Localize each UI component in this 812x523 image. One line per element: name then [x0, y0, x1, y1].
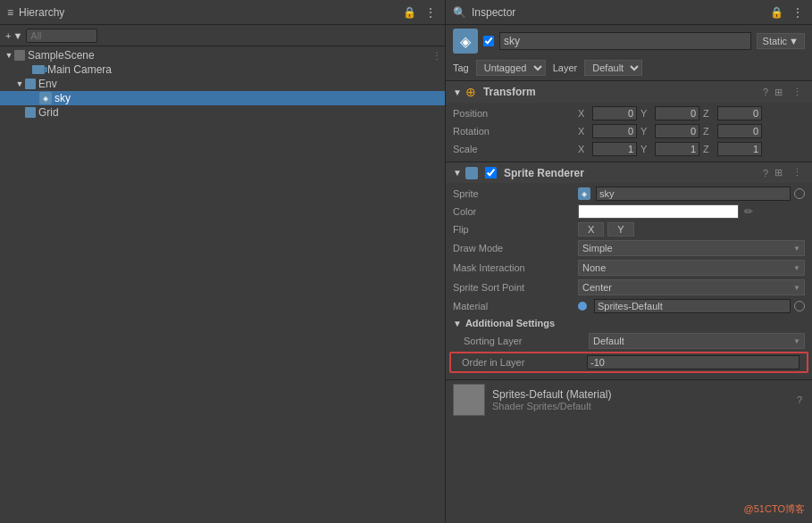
- grid-icon: [25, 107, 36, 118]
- object-name-input[interactable]: [499, 32, 751, 50]
- sprite-picker-icon[interactable]: [794, 188, 805, 199]
- hierarchy-toolbar: + ▼: [0, 25, 445, 46]
- material-row: Material: [446, 297, 812, 315]
- inspector-panel: 🔍 Inspector 🔒 ⋮ ◈ Static ▼ Tag Untagged …: [446, 0, 812, 523]
- sprite-renderer-header[interactable]: ▼ Sprite Renderer ? ⊞ ⋮: [446, 162, 812, 183]
- transform-more-button[interactable]: ⋮: [790, 86, 805, 99]
- rotation-z-input[interactable]: [717, 124, 762, 138]
- layer-select[interactable]: Default: [584, 60, 642, 76]
- position-row: Position X Y Z: [446, 104, 812, 122]
- hierarchy-panel: ≡ Hierarchy 🔒 ⋮ + ▼ ▼ SampleScene ⋮ Main…: [0, 0, 446, 523]
- rotation-row: Rotation X Y Z: [446, 122, 812, 140]
- scale-row: Scale X Y Z: [446, 140, 812, 158]
- sprite-renderer-content: Sprite ◈ Color ✏ Fl: [446, 183, 812, 376]
- material-section-shader: Shader Sprites/Default: [492, 401, 787, 411]
- mask-interaction-dropdown[interactable]: None ▼: [578, 260, 805, 276]
- sprite-renderer-help-button[interactable]: ?: [760, 167, 771, 179]
- object-header: ◈ Static ▼: [446, 25, 812, 57]
- sprite-sort-point-arrow: ▼: [793, 284, 800, 292]
- mask-interaction-arrow: ▼: [793, 264, 800, 272]
- position-z-input[interactable]: [717, 106, 762, 120]
- scale-z-input[interactable]: [717, 142, 762, 156]
- scale-y-input[interactable]: [655, 142, 699, 156]
- static-button[interactable]: Static ▼: [757, 33, 805, 49]
- sprite-renderer-more-button[interactable]: ⋮: [790, 166, 805, 179]
- layer-label: Layer: [553, 62, 578, 73]
- hierarchy-menu-icon: ≡: [7, 6, 13, 19]
- scale-x-label: X: [578, 144, 589, 154]
- tag-select[interactable]: Untagged: [476, 60, 546, 76]
- position-values: X Y Z: [578, 106, 805, 120]
- mask-interaction-label: Mask Interaction: [453, 262, 578, 273]
- position-y-input[interactable]: [655, 106, 699, 120]
- sprite-renderer-active-checkbox[interactable]: [485, 167, 497, 178]
- sorting-layer-dropdown[interactable]: Default ▼: [589, 333, 805, 349]
- scale-values: X Y Z: [578, 142, 805, 156]
- mask-interaction-row: Mask Interaction None ▼: [446, 258, 812, 278]
- flip-y-button[interactable]: Y: [607, 222, 633, 237]
- samplescene-icon: [14, 50, 25, 61]
- rotation-values: X Y Z: [578, 124, 805, 138]
- plus-icon: +: [5, 30, 11, 41]
- sprite-sort-point-value: Center: [582, 282, 612, 293]
- mask-interaction-value: None: [582, 262, 606, 273]
- rotation-y-input[interactable]: [655, 124, 699, 138]
- material-dot-icon: [578, 302, 587, 311]
- material-value-input[interactable]: [594, 299, 791, 313]
- rotation-label: Rotation: [453, 126, 578, 137]
- flip-label: Flip: [453, 224, 578, 235]
- tree-item-maincamera[interactable]: Main Camera: [0, 62, 445, 77]
- sprite-renderer-component: ▼ Sprite Renderer ? ⊞ ⋮ Sprite ◈: [446, 162, 812, 376]
- flip-x-button[interactable]: X: [578, 222, 604, 237]
- position-x-label: X: [578, 108, 589, 119]
- sprite-value-input[interactable]: [596, 187, 791, 201]
- object-icon: ◈: [453, 29, 478, 54]
- additional-settings-header[interactable]: ▼ Additional Settings: [446, 315, 812, 331]
- flip-row: Flip X Y: [446, 220, 812, 238]
- order-in-layer-input[interactable]: [587, 355, 799, 369]
- color-picker-icon[interactable]: ✏: [744, 205, 753, 218]
- transform-icon: ⊕: [465, 85, 476, 99]
- transform-header[interactable]: ▼ ⊕ Transform ? ⊞ ⋮: [446, 81, 812, 103]
- color-swatch[interactable]: [578, 204, 739, 219]
- maincamera-icon: [32, 65, 45, 74]
- position-y-label: Y: [640, 108, 651, 119]
- material-picker-icon[interactable]: [794, 301, 805, 311]
- position-label: Position: [453, 108, 578, 119]
- additional-settings: ▼ Additional Settings Sorting Layer Defa…: [446, 315, 812, 373]
- hierarchy-search-input[interactable]: [26, 29, 97, 43]
- draw-mode-dropdown[interactable]: Simple ▼: [578, 240, 805, 256]
- tree-item-sky[interactable]: ◈ sky: [0, 91, 445, 105]
- tree-item-env[interactable]: ▼ Env: [0, 77, 445, 91]
- draw-mode-value: Simple: [582, 243, 613, 253]
- additional-collapse-arrow: ▼: [453, 319, 462, 328]
- inspector-more-icon[interactable]: ⋮: [791, 4, 805, 21]
- order-in-layer-value-container: [587, 355, 799, 369]
- sky-icon: ◈: [39, 92, 52, 104]
- inspector-lock-icon[interactable]: 🔒: [768, 4, 785, 21]
- scale-label: Scale: [453, 144, 578, 154]
- tree-item-grid[interactable]: Grid: [0, 105, 445, 120]
- tree-label-env: Env: [38, 78, 57, 90]
- hierarchy-title: Hierarchy: [19, 6, 396, 19]
- sprite-renderer-preset-icon[interactable]: ⊞: [774, 167, 783, 178]
- sprite-thumb-icon: ◈: [578, 187, 590, 200]
- tree-label-grid: Grid: [38, 106, 59, 119]
- material-help-button[interactable]: ?: [794, 394, 805, 406]
- add-object-button[interactable]: + ▼: [5, 30, 22, 41]
- tree-item-samplescene[interactable]: ▼ SampleScene ⋮: [0, 48, 445, 62]
- order-in-layer-row: Order in Layer: [449, 352, 808, 373]
- object-active-checkbox[interactable]: [483, 36, 494, 46]
- transform-help-button[interactable]: ?: [760, 86, 771, 98]
- hierarchy-more-icon[interactable]: ⋮: [423, 4, 438, 21]
- position-x-input[interactable]: [592, 106, 637, 120]
- hierarchy-lock-icon[interactable]: 🔒: [401, 4, 418, 21]
- scale-x-input[interactable]: [592, 142, 637, 156]
- sprite-sort-point-label: Sprite Sort Point: [453, 282, 578, 293]
- rotation-x-input[interactable]: [592, 124, 637, 138]
- samplescene-options[interactable]: ⋮: [432, 51, 445, 61]
- flip-buttons: X Y: [578, 222, 805, 237]
- order-in-layer-label: Order in Layer: [462, 357, 587, 368]
- sprite-sort-point-dropdown[interactable]: Center ▼: [578, 279, 805, 295]
- transform-preset-icon[interactable]: ⊞: [774, 87, 783, 98]
